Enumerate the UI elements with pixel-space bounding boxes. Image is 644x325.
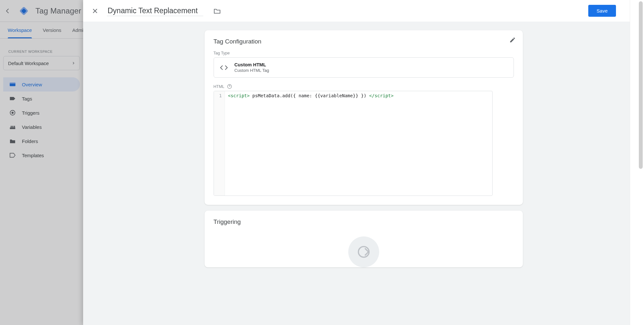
tag-editor-panel: Save Tag Configuration Tag Type Custom H… <box>83 0 644 325</box>
save-button[interactable]: Save <box>588 5 616 17</box>
tag-type-selector[interactable]: Custom HTML Custom HTML Tag <box>214 57 514 78</box>
code-body: psMetaData.add({ name: {{variableName}} … <box>250 93 369 98</box>
pencil-icon[interactable] <box>509 37 516 43</box>
svg-point-14 <box>358 247 369 257</box>
html-label-text: HTML <box>214 84 225 89</box>
html-code-editor[interactable]: 1 <script> psMetaData.add({ name: {{vari… <box>214 91 493 196</box>
folder-outline-icon[interactable] <box>212 7 222 15</box>
card-title: Tag Configuration <box>214 38 514 45</box>
code-close-tag: </script> <box>369 93 394 98</box>
close-icon[interactable] <box>92 8 98 14</box>
panel-header: Save <box>83 0 644 22</box>
tag-configuration-card: Tag Configuration Tag Type Custom HTML C… <box>205 30 523 205</box>
panel-scrollbar[interactable] <box>630 0 644 325</box>
html-label: HTML <box>214 84 514 89</box>
card-title: Triggering <box>214 218 514 225</box>
code-content[interactable]: <script> psMetaData.add({ name: {{variab… <box>225 91 397 196</box>
tag-type-subtitle: Custom HTML Tag <box>235 68 269 73</box>
code-gutter: 1 <box>214 91 225 196</box>
tag-type-name: Custom HTML <box>235 62 269 67</box>
line-number: 1 <box>214 93 222 98</box>
panel-body: Tag Configuration Tag Type Custom HTML C… <box>83 22 644 325</box>
triggering-card[interactable]: Triggering <box>205 211 523 267</box>
add-trigger-placeholder-icon[interactable] <box>348 236 379 267</box>
scrollbar-thumb[interactable] <box>639 1 643 169</box>
code-open-tag: <script> <box>228 93 250 98</box>
help-icon[interactable] <box>227 84 232 89</box>
tag-type-label: Tag Type <box>214 51 514 55</box>
code-brackets-icon <box>220 64 228 71</box>
tag-name-input[interactable] <box>107 6 203 16</box>
